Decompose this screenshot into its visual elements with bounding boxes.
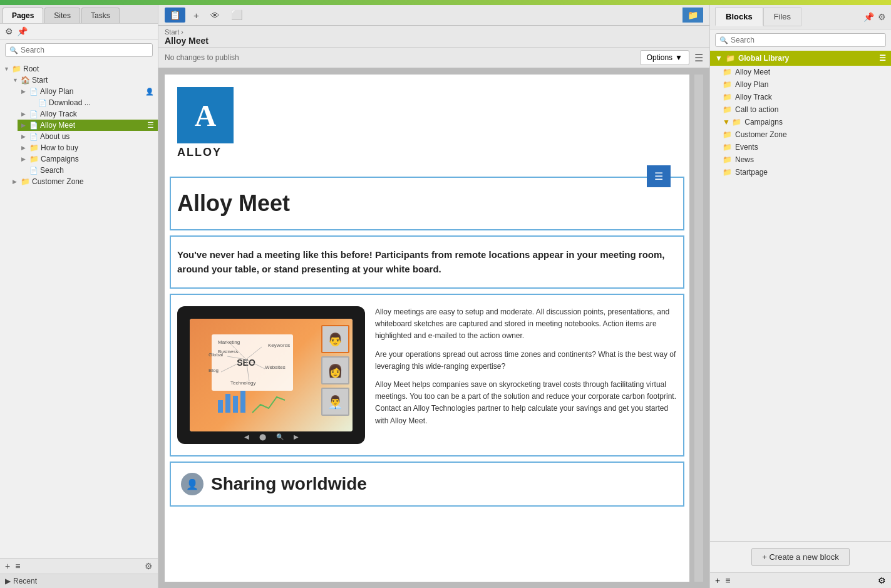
list-view-button[interactable]: ☰ (694, 52, 703, 64)
gear-icon-left[interactable]: ⚙ (5, 26, 13, 36)
toggle-alloyplan-icon: ▶ (21, 88, 28, 95)
library-items: 📁 Alloy Meet 📁 Alloy Plan 📁 Alloy Track … (710, 66, 891, 178)
svg-text:Keywords: Keywords (268, 343, 290, 348)
tree-root[interactable]: ▼ 📁 Root (0, 63, 158, 75)
content-section: SEO Marketing Global Keywords Blog Websi… (170, 294, 684, 456)
tab-sites[interactable]: Sites (44, 8, 80, 23)
root-folder-icon: 📁 (12, 64, 21, 73)
create-block-label: + Create a new block (762, 552, 838, 562)
left-panel-tabs: Pages Sites Tasks (0, 5, 158, 24)
library-item-alloy-plan[interactable]: 📁 Alloy Plan (710, 78, 891, 91)
person-3: 👨‍💼 (321, 388, 349, 416)
body-text-2: Are your operations spread out across ti… (375, 349, 677, 373)
user-icon: 👤 (145, 88, 154, 96)
sidebar-item-alloy-meet[interactable]: ▶ 📄 Alloy Meet ☰ (18, 120, 158, 131)
left-search-input[interactable] (21, 46, 148, 54)
right-panel-footer: + Create a new block (710, 541, 891, 572)
page-content-area: A ALLOY ☰ Alloy Meet You've never had a … (158, 68, 709, 588)
about-us-label: About us (40, 132, 70, 141)
add-block-footer-button[interactable]: + (715, 575, 720, 585)
logo-section: A ALLOY ☰ (165, 75, 689, 172)
center-status-bar: No changes to publish Options ▼ ☰ (158, 48, 709, 68)
content-text: Alloy meetings are easy to setup and mod… (375, 306, 677, 444)
body-text-1: Alloy meetings are easy to setup and mod… (375, 306, 677, 343)
library-item-customer-zone[interactable]: 📁 Customer Zone (710, 128, 891, 141)
sidebar-item-alloy-track[interactable]: ▶ 📄 Alloy Track (18, 108, 158, 120)
preview-button[interactable]: 👁 (207, 9, 223, 22)
library-item-events[interactable]: 📁 Events (710, 141, 891, 153)
recent-label: Recent (13, 577, 37, 585)
content-block: SEO Marketing Global Keywords Blog Websi… (177, 301, 677, 449)
center-scrollbar[interactable] (694, 75, 703, 582)
right-footer-bar: + ≡ ⚙ (710, 572, 891, 588)
library-item-campaigns[interactable]: ▼ 📁 Campaigns (710, 116, 891, 128)
folder-icon-lib-campaigns-expanded: ▼ 📁 (723, 118, 741, 126)
gear-icon-right[interactable]: ⚙ (878, 12, 886, 22)
page-main-title: Alloy Meet (177, 184, 677, 223)
library-item-alloy-meet[interactable]: 📁 Alloy Meet (710, 66, 891, 78)
settings-button-left[interactable]: ⚙ (145, 561, 153, 571)
svg-text:Websites: Websites (265, 364, 286, 370)
device-view-button[interactable]: ⬜ (228, 8, 246, 22)
sidebar-item-alloy-plan[interactable]: ▶ 📄 Alloy Plan 👤 (18, 86, 158, 97)
create-block-button[interactable]: + Create a new block (751, 548, 849, 566)
options-button[interactable]: Options ▼ (640, 50, 689, 65)
how-to-buy-label: How to buy (41, 143, 78, 152)
folder-icon-customerzone: 📁 (21, 177, 30, 186)
library-header-label: Global Library (738, 54, 789, 63)
left-panel-footer: + ≡ ⚙ (0, 558, 158, 574)
menu-icon-alloymeet[interactable]: ☰ (147, 121, 154, 130)
sidebar-item-search[interactable]: 📄 Search (18, 165, 158, 176)
files-button[interactable]: 📁 (682, 8, 703, 23)
sidebar-item-campaigns[interactable]: ▶ 📁 Campaigns (18, 153, 158, 165)
library-item-alloy-track[interactable]: 📁 Alloy Track (710, 91, 891, 103)
body-text-3: Alloy Meet helps companies save on skyro… (375, 379, 677, 427)
person-1: 👨 (321, 325, 349, 353)
alloy-brand-text: ALLOY (177, 146, 677, 159)
toggle-icon: ▼ (4, 66, 10, 72)
tab-files[interactable]: Files (763, 8, 801, 26)
page-icon-alloytrack: 📄 (29, 110, 38, 118)
add-page-toolbar-button[interactable]: + (190, 9, 202, 22)
seo-diagram-svg: SEO Marketing Global Keywords Blog Websi… (193, 322, 318, 428)
alloy-plan-label: Alloy Plan (40, 87, 73, 96)
svg-rect-17 (233, 396, 238, 413)
sidebar-item-about-us[interactable]: ▶ 📄 About us (18, 131, 158, 142)
library-item-call-to-action[interactable]: 📁 Call to action (710, 103, 891, 116)
right-panel: Blocks Files 📌 ⚙ 🔍 ▼ 📁 Global Library ☰ (709, 5, 891, 588)
expand-icon-library[interactable]: ▼ (715, 54, 723, 63)
pin-icon-left[interactable]: 📌 (17, 26, 28, 36)
list-blocks-button[interactable]: ≡ (725, 575, 730, 585)
sidebar-item-download[interactable]: 📄 Download ... (26, 97, 158, 108)
library-menu-icon[interactable]: ☰ (879, 54, 886, 63)
library-item-news[interactable]: 📁 News (710, 153, 891, 166)
page-content-inner: A ALLOY ☰ Alloy Meet You've never had a … (165, 75, 689, 507)
add-page-button[interactable]: + (5, 561, 10, 571)
root-label: Root (23, 64, 39, 73)
hamburger-button[interactable]: ☰ (647, 165, 671, 187)
page-icon-alloymeet: 📄 (29, 121, 38, 130)
left-panel: Pages Sites Tasks ⚙ 📌 🔍 ▼ 📁 Root ▼ 🏠 Sta (0, 5, 158, 588)
tab-blocks[interactable]: Blocks (715, 8, 763, 26)
sidebar-item-how-to-buy[interactable]: ▶ 📁 How to buy (18, 142, 158, 153)
subtitle-section: You've never had a meeting like this bef… (170, 235, 684, 289)
start-label: Start (32, 76, 48, 85)
sidebar-item-customer-zone[interactable]: ▶ 📁 Customer Zone (9, 176, 158, 187)
tab-pages[interactable]: Pages (3, 8, 43, 23)
pin-icon-right[interactable]: 📌 (863, 12, 874, 22)
list-options-button[interactable]: ≡ (15, 561, 20, 571)
svg-rect-18 (240, 391, 245, 413)
right-search-input[interactable] (731, 36, 882, 44)
page-tree: ▼ 📁 Root ▼ 🏠 Start ▶ 📄 Alloy Plan 👤 📄 Do… (0, 61, 158, 558)
library-item-startpage[interactable]: 📁 Startpage (710, 166, 891, 178)
settings-button-right[interactable]: ⚙ (878, 575, 886, 585)
page-subtitle: You've never had a meeting like this bef… (177, 243, 677, 281)
tablet-screen: SEO Marketing Global Keywords Blog Websi… (190, 319, 353, 431)
folder-icon-lib-meet: 📁 (723, 68, 732, 76)
right-panel-top: Blocks Files 📌 ⚙ (710, 5, 891, 29)
tab-tasks[interactable]: Tasks (81, 8, 120, 23)
sidebar-item-start[interactable]: ▼ 🏠 Start (9, 75, 158, 86)
sharing-section: 👤 Sharing worldwide (170, 462, 684, 507)
chevron-down-icon: ▼ (675, 53, 682, 62)
folder-icon-lib-plan: 📁 (723, 80, 732, 89)
